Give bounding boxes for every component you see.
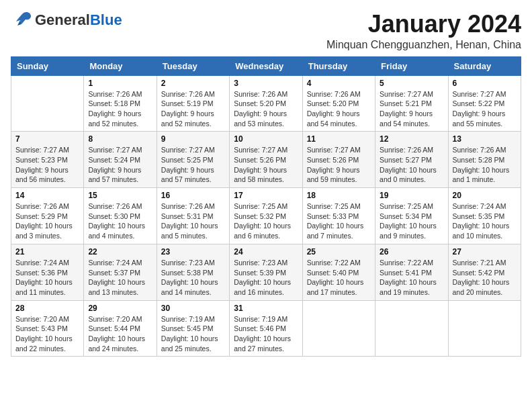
logo-general-text: General [35, 11, 90, 28]
day-info: Sunrise: 7:26 AM Sunset: 5:28 PM Dayligh… [453, 145, 517, 185]
day-info: Sunrise: 7:21 AM Sunset: 5:42 PM Dayligh… [453, 258, 517, 298]
weekday-header-wednesday: Wednesday [230, 56, 302, 75]
calendar-cell: 30Sunrise: 7:19 AM Sunset: 5:45 PM Dayli… [157, 300, 229, 357]
logo-bird-icon [11, 11, 32, 30]
day-info: Sunrise: 7:22 AM Sunset: 5:40 PM Dayligh… [307, 258, 371, 298]
calendar-cell [448, 300, 521, 357]
day-number: 18 [307, 191, 371, 200]
day-number: 14 [15, 191, 79, 200]
calendar-cell [302, 300, 375, 357]
calendar-cell: 24Sunrise: 7:23 AM Sunset: 5:39 PM Dayli… [230, 244, 302, 300]
day-info: Sunrise: 7:26 AM Sunset: 5:29 PM Dayligh… [15, 201, 79, 241]
day-info: Sunrise: 7:27 AM Sunset: 5:25 PM Dayligh… [161, 145, 225, 185]
calendar-cell: 14Sunrise: 7:26 AM Sunset: 5:29 PM Dayli… [11, 188, 84, 244]
day-info: Sunrise: 7:27 AM Sunset: 5:26 PM Dayligh… [234, 145, 298, 185]
day-info: Sunrise: 7:26 AM Sunset: 5:19 PM Dayligh… [161, 89, 225, 129]
weekday-header-friday: Friday [375, 56, 448, 75]
day-number: 31 [234, 304, 298, 313]
day-number: 16 [161, 191, 225, 200]
calendar-cell: 2Sunrise: 7:26 AM Sunset: 5:19 PM Daylig… [157, 75, 229, 132]
calendar-week-row: 7Sunrise: 7:27 AM Sunset: 5:23 PM Daylig… [11, 132, 521, 188]
day-info: Sunrise: 7:23 AM Sunset: 5:38 PM Dayligh… [161, 258, 225, 298]
day-info: Sunrise: 7:24 AM Sunset: 5:36 PM Dayligh… [15, 258, 79, 298]
day-info: Sunrise: 7:24 AM Sunset: 5:35 PM Dayligh… [453, 201, 517, 241]
calendar-week-row: 1Sunrise: 7:26 AM Sunset: 5:18 PM Daylig… [11, 75, 521, 132]
day-number: 29 [88, 304, 152, 313]
calendar-week-row: 28Sunrise: 7:20 AM Sunset: 5:43 PM Dayli… [11, 300, 521, 357]
calendar-cell: 12Sunrise: 7:26 AM Sunset: 5:27 PM Dayli… [375, 132, 448, 188]
day-number: 10 [234, 134, 298, 144]
day-info: Sunrise: 7:27 AM Sunset: 5:24 PM Dayligh… [88, 145, 152, 185]
weekday-header-sunday: Sunday [11, 56, 84, 75]
day-number: 11 [307, 134, 371, 144]
day-number: 28 [15, 304, 79, 313]
day-info: Sunrise: 7:25 AM Sunset: 5:34 PM Dayligh… [380, 201, 443, 241]
calendar-cell: 9Sunrise: 7:27 AM Sunset: 5:25 PM Daylig… [157, 132, 229, 188]
calendar-cell: 25Sunrise: 7:22 AM Sunset: 5:40 PM Dayli… [302, 244, 375, 300]
calendar-cell: 11Sunrise: 7:27 AM Sunset: 5:26 PM Dayli… [302, 132, 375, 188]
day-number: 27 [453, 247, 517, 257]
day-number: 20 [453, 191, 517, 200]
calendar-cell: 16Sunrise: 7:26 AM Sunset: 5:31 PM Dayli… [157, 188, 229, 244]
weekday-header-row: SundayMondayTuesdayWednesdayThursdayFrid… [11, 56, 521, 75]
day-number: 30 [161, 304, 225, 313]
calendar-cell: 26Sunrise: 7:22 AM Sunset: 5:41 PM Dayli… [375, 244, 448, 300]
weekday-header-saturday: Saturday [448, 56, 521, 75]
calendar-table: SundayMondayTuesdayWednesdayThursdayFrid… [11, 56, 521, 357]
day-info: Sunrise: 7:26 AM Sunset: 5:20 PM Dayligh… [307, 89, 371, 129]
day-info: Sunrise: 7:26 AM Sunset: 5:20 PM Dayligh… [234, 89, 298, 129]
day-number: 5 [380, 79, 443, 88]
day-info: Sunrise: 7:20 AM Sunset: 5:43 PM Dayligh… [15, 314, 79, 354]
calendar-cell [375, 300, 448, 357]
page-header: GeneralBlue January 2024 Minquan Chenggu… [11, 11, 521, 51]
day-info: Sunrise: 7:25 AM Sunset: 5:32 PM Dayligh… [234, 201, 298, 241]
calendar-cell: 15Sunrise: 7:26 AM Sunset: 5:30 PM Dayli… [84, 188, 157, 244]
calendar-week-row: 21Sunrise: 7:24 AM Sunset: 5:36 PM Dayli… [11, 244, 521, 300]
day-number: 7 [15, 134, 79, 144]
calendar-cell: 6Sunrise: 7:27 AM Sunset: 5:22 PM Daylig… [448, 75, 521, 132]
title-area: January 2024 Minquan Chengguanzhen, Hena… [326, 11, 521, 51]
calendar-cell: 29Sunrise: 7:20 AM Sunset: 5:44 PM Dayli… [84, 300, 157, 357]
location-title: Minquan Chengguanzhen, Henan, China [326, 39, 521, 51]
day-info: Sunrise: 7:27 AM Sunset: 5:23 PM Dayligh… [15, 145, 79, 185]
day-number: 3 [234, 79, 298, 88]
day-number: 23 [161, 247, 225, 257]
logo: GeneralBlue [11, 11, 122, 30]
day-info: Sunrise: 7:26 AM Sunset: 5:30 PM Dayligh… [88, 201, 152, 241]
calendar-cell: 19Sunrise: 7:25 AM Sunset: 5:34 PM Dayli… [375, 188, 448, 244]
calendar-cell: 18Sunrise: 7:25 AM Sunset: 5:33 PM Dayli… [302, 188, 375, 244]
weekday-header-monday: Monday [84, 56, 157, 75]
day-number: 12 [380, 134, 443, 144]
calendar-cell: 31Sunrise: 7:19 AM Sunset: 5:46 PM Dayli… [230, 300, 302, 357]
calendar-cell: 23Sunrise: 7:23 AM Sunset: 5:38 PM Dayli… [157, 244, 229, 300]
calendar-cell: 7Sunrise: 7:27 AM Sunset: 5:23 PM Daylig… [11, 132, 84, 188]
day-info: Sunrise: 7:24 AM Sunset: 5:37 PM Dayligh… [88, 258, 152, 298]
day-number: 2 [161, 79, 225, 88]
day-info: Sunrise: 7:26 AM Sunset: 5:31 PM Dayligh… [161, 201, 225, 241]
calendar-cell: 22Sunrise: 7:24 AM Sunset: 5:37 PM Dayli… [84, 244, 157, 300]
calendar-cell: 5Sunrise: 7:27 AM Sunset: 5:21 PM Daylig… [375, 75, 448, 132]
calendar-cell: 21Sunrise: 7:24 AM Sunset: 5:36 PM Dayli… [11, 244, 84, 300]
day-number: 19 [380, 191, 443, 200]
day-number: 15 [88, 191, 152, 200]
day-info: Sunrise: 7:20 AM Sunset: 5:44 PM Dayligh… [88, 314, 152, 354]
day-number: 8 [88, 134, 152, 144]
day-number: 4 [307, 79, 371, 88]
day-number: 25 [307, 247, 371, 257]
month-title: January 2024 [326, 11, 521, 38]
day-info: Sunrise: 7:27 AM Sunset: 5:22 PM Dayligh… [453, 89, 517, 129]
day-info: Sunrise: 7:19 AM Sunset: 5:45 PM Dayligh… [161, 314, 225, 354]
calendar-cell: 28Sunrise: 7:20 AM Sunset: 5:43 PM Dayli… [11, 300, 84, 357]
weekday-header-thursday: Thursday [302, 56, 375, 75]
day-number: 17 [234, 191, 298, 200]
day-info: Sunrise: 7:25 AM Sunset: 5:33 PM Dayligh… [307, 201, 371, 241]
day-info: Sunrise: 7:27 AM Sunset: 5:26 PM Dayligh… [307, 145, 371, 185]
calendar-cell: 4Sunrise: 7:26 AM Sunset: 5:20 PM Daylig… [302, 75, 375, 132]
logo-blue-text: Blue [90, 11, 122, 28]
calendar-cell: 27Sunrise: 7:21 AM Sunset: 5:42 PM Dayli… [448, 244, 521, 300]
weekday-header-tuesday: Tuesday [157, 56, 229, 75]
calendar-cell: 17Sunrise: 7:25 AM Sunset: 5:32 PM Dayli… [230, 188, 302, 244]
day-number: 26 [380, 247, 443, 257]
calendar-cell: 13Sunrise: 7:26 AM Sunset: 5:28 PM Dayli… [448, 132, 521, 188]
calendar-cell: 3Sunrise: 7:26 AM Sunset: 5:20 PM Daylig… [230, 75, 302, 132]
